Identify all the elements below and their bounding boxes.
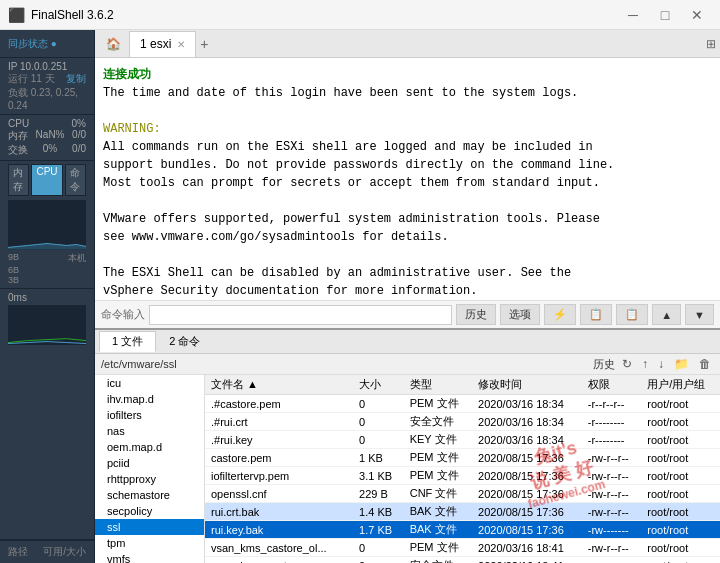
tree-item-pciid[interactable]: pciid <box>95 455 204 471</box>
tab-grid-button[interactable]: ⊞ <box>706 37 716 51</box>
new-folder-icon[interactable]: 📁 <box>671 356 692 372</box>
option-button[interactable]: 选项 <box>500 304 540 325</box>
terminal-actions: 历史 选项 ⚡ 📋 📋 ▲ ▼ <box>456 304 714 325</box>
col-name[interactable]: 文件名 ▲ <box>205 375 353 395</box>
file-cell-2-5: root/root <box>641 431 720 449</box>
tree-item-ihv[interactable]: ihv.map.d <box>95 391 204 407</box>
table-row[interactable]: vsan_kms_castore.pem0安全文件2020/03/16 18:4… <box>205 557 720 564</box>
tree-item-oem[interactable]: oem.map.d <box>95 439 204 455</box>
upload-icon[interactable]: ↑ <box>639 356 651 372</box>
file-cell-3-2: PEM 文件 <box>404 449 472 467</box>
file-cell-0-0: .#castore.pem <box>205 395 353 413</box>
up-button[interactable]: ▲ <box>652 304 681 325</box>
file-cell-8-5: root/root <box>641 539 720 557</box>
tab-command[interactable]: 命令 <box>65 164 86 196</box>
file-cell-6-5: root/root <box>641 503 720 521</box>
file-cell-8-2: PEM 文件 <box>404 539 472 557</box>
memory-value: NaN% <box>36 129 65 143</box>
cpu-graph <box>8 200 86 250</box>
tree-item-iofilters[interactable]: iofilters <box>95 407 204 423</box>
tree-item-ssl[interactable]: ssl <box>95 519 204 535</box>
exchange-label: 交换 <box>8 143 28 157</box>
tree-item-icu[interactable]: icu <box>95 375 204 391</box>
col-size[interactable]: 大小 <box>353 375 404 395</box>
command-input[interactable] <box>149 305 452 325</box>
content-wrapper: 🏠 1 esxi ✕ + ⊞ 连接成功 The time and date of… <box>95 30 720 563</box>
tab-esxi[interactable]: 1 esxi ✕ <box>129 31 196 57</box>
table-row[interactable]: rui.key.bak1.7 KBBAK 文件2020/08/15 17:36-… <box>205 521 720 539</box>
tree-item-secpolicy[interactable]: secpolicy <box>95 503 204 519</box>
title-bar: ⬛ FinalShell 3.6.2 ─ □ ✕ <box>0 0 720 30</box>
app-title: FinalShell 3.6.2 <box>31 8 114 22</box>
table-row[interactable]: .#castore.pem0PEM 文件2020/03/16 18:34-r--… <box>205 395 720 413</box>
lightning-button[interactable]: ⚡ <box>544 304 576 325</box>
copy-button[interactable]: 📋 <box>580 304 612 325</box>
file-cell-8-1: 0 <box>353 539 404 557</box>
net-latency: 0ms <box>8 292 27 303</box>
down-button[interactable]: ▼ <box>685 304 714 325</box>
tab-add-button[interactable]: + <box>200 36 208 52</box>
file-history-btn[interactable]: 历史 <box>593 357 615 372</box>
file-cell-5-1: 229 B <box>353 485 404 503</box>
tab-commands[interactable]: 2 命令 <box>156 331 213 352</box>
tab-memory[interactable]: 内存 <box>8 164 29 196</box>
tree-item-vmfs[interactable]: vmfs <box>95 551 204 563</box>
table-row[interactable]: openssl.cnf229 BCNF 文件2020/08/15 17:36-r… <box>205 485 720 503</box>
maximize-button[interactable]: □ <box>650 0 680 30</box>
col-owner[interactable]: 用户/用户组 <box>641 375 720 395</box>
output-line-1: The time and date of this login have bee… <box>103 84 712 102</box>
file-cell-4-5: root/root <box>641 467 720 485</box>
cpu-label: CPU <box>8 118 29 129</box>
table-row[interactable]: iofiltertervp.pem3.1 KBPEM 文件2020/08/15 … <box>205 467 720 485</box>
file-cell-4-4: -rw-r--r-- <box>582 467 641 485</box>
copy-btn[interactable]: 复制 <box>66 72 86 86</box>
history-button[interactable]: 历史 <box>456 304 496 325</box>
file-cell-1-2: 安全文件 <box>404 413 472 431</box>
title-bar-left: ⬛ FinalShell 3.6.2 <box>8 7 114 23</box>
file-cell-0-3: 2020/03/16 18:34 <box>472 395 582 413</box>
table-row[interactable]: rui.crt.bak1.4 KBBAK 文件2020/08/15 17:36-… <box>205 503 720 521</box>
sidebar-running: 运行 11 天 <box>8 72 55 86</box>
table-row[interactable]: vsan_kms_castore_ol...0PEM 文件2020/03/16 … <box>205 539 720 557</box>
tab-cpu[interactable]: CPU <box>31 164 62 196</box>
size-label: 可用/大小 <box>43 545 86 559</box>
minimize-button[interactable]: ─ <box>618 0 648 30</box>
tree-item-tpm[interactable]: tpm <box>95 535 204 551</box>
table-row[interactable]: .#rui.crt0安全文件2020/03/16 18:34-r--------… <box>205 413 720 431</box>
home-button[interactable]: 🏠 <box>99 30 127 58</box>
file-cell-2-1: 0 <box>353 431 404 449</box>
sidebar: 同步状态 ● IP 10.0.0.251 运行 11 天 复制 负载 0.23,… <box>0 30 95 563</box>
table-row[interactable]: castore.pem1 KBPEM 文件2020/08/15 17:36-rw… <box>205 449 720 467</box>
tree-item-schemastore[interactable]: schemastore <box>95 487 204 503</box>
file-cell-1-0: .#rui.crt <box>205 413 353 431</box>
file-cell-2-3: 2020/03/16 18:34 <box>472 431 582 449</box>
delete-icon[interactable]: 🗑 <box>696 356 714 372</box>
file-cell-9-3: 2020/03/16 18:41 <box>472 557 582 564</box>
tree-item-nas[interactable]: nas <box>95 423 204 439</box>
file-cell-4-3: 2020/08/15 17:36 <box>472 467 582 485</box>
file-cell-1-1: 0 <box>353 413 404 431</box>
col-type[interactable]: 类型 <box>404 375 472 395</box>
col-perm[interactable]: 权限 <box>582 375 641 395</box>
file-cell-6-2: BAK 文件 <box>404 503 472 521</box>
file-cell-7-1: 1.7 KB <box>353 521 404 539</box>
table-row[interactable]: .#rui.key0KEY 文件2020/03/16 18:34-r------… <box>205 431 720 449</box>
tree-item-rhttpproxy[interactable]: rhttpproxy <box>95 471 204 487</box>
tab-files[interactable]: 1 文件 <box>99 331 156 352</box>
file-cell-7-3: 2020/08/15 17:36 <box>472 521 582 539</box>
output-line-2 <box>103 102 712 120</box>
col-modified[interactable]: 修改时间 <box>472 375 582 395</box>
file-cell-4-2: PEM 文件 <box>404 467 472 485</box>
file-cell-6-4: -rw-r--r-- <box>582 503 641 521</box>
download-icon[interactable]: ↓ <box>655 356 667 372</box>
file-cell-4-0: iofiltertervp.pem <box>205 467 353 485</box>
tab-close-button[interactable]: ✕ <box>177 39 185 50</box>
graph-label-9b: 9B <box>8 252 19 265</box>
close-button[interactable]: ✕ <box>682 0 712 30</box>
file-list: 文件名 ▲ 大小 类型 修改时间 权限 用户/用户组 .#castore.pem… <box>205 375 720 563</box>
refresh-icon[interactable]: ↻ <box>619 356 635 372</box>
file-cell-0-5: root/root <box>641 395 720 413</box>
file-cell-0-1: 0 <box>353 395 404 413</box>
file-cell-1-5: root/root <box>641 413 720 431</box>
paste-button[interactable]: 📋 <box>616 304 648 325</box>
